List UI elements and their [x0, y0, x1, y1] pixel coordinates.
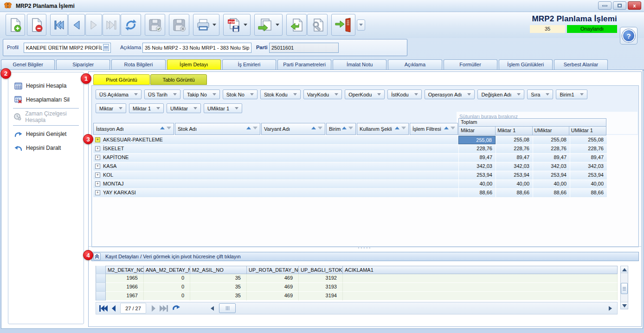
data-field-chip[interactable]: UMiktar 1	[204, 103, 242, 113]
tab-genel-bilgiler[interactable]: Genel Bilgiler	[1, 59, 55, 70]
filter-chip[interactable]: VaryKodu	[303, 90, 342, 99]
sort-asc-icon[interactable]	[246, 127, 251, 129]
pivot-value-cell[interactable]: 40,00	[458, 180, 496, 188]
detail-col-m2-asil-no[interactable]: M2_ASIL_NO	[190, 266, 247, 274]
expand-plus-icon[interactable]: +	[95, 173, 100, 178]
pivot-value-cell[interactable]: 342,03	[533, 162, 570, 171]
detail-col-up-rota-detay-no[interactable]: UP_ROTA_DETAY_NO	[247, 266, 299, 274]
expand-plus-icon[interactable]: +	[95, 190, 100, 195]
pivot-value-cell[interactable]: 253,94	[458, 171, 496, 179]
pivot-value-cell[interactable]: 255,08	[496, 136, 533, 144]
filter-chip[interactable]: Stok Kodu	[260, 90, 301, 99]
sort-desc-icon[interactable]	[451, 127, 455, 129]
collapse-panel-button[interactable]	[93, 253, 101, 260]
pivot-value-cell[interactable]: 89,47	[458, 154, 496, 162]
detail-col-ana-m2-detay-no[interactable]: ANA_M2_DETAY_NO	[144, 266, 190, 274]
save-button[interactable]	[145, 14, 165, 36]
sort-asc-icon[interactable]	[444, 127, 449, 129]
scroll-up-icon[interactable]	[621, 266, 628, 273]
pivot-value-cell[interactable]: 228,76	[533, 145, 570, 153]
pivot-value-cell[interactable]: 342,03	[570, 162, 607, 171]
sidebar-item-hesaplamalari-sil[interactable]: Hesaplamaları Sil	[8, 93, 84, 107]
pager-first-button[interactable]	[99, 305, 108, 312]
value-column-miktar1[interactable]: Miktar 1	[496, 127, 532, 135]
next-record-button[interactable]	[85, 14, 102, 36]
sidebar-item-hepsini-hesapla[interactable]: Hepsini Hesapla	[8, 79, 84, 93]
pivot-row[interactable]: + KASA 342,03342,03342,03342,03	[93, 162, 607, 171]
exit-button[interactable]	[331, 14, 355, 36]
pager-next-button[interactable]	[151, 305, 156, 312]
previous-record-button[interactable]	[68, 14, 85, 36]
chevron-down-icon[interactable]	[414, 93, 418, 96]
tab-parti-parametreleri[interactable]: Parti Parametreleri	[277, 59, 331, 70]
filter-chip[interactable]: Operasyon Adı	[425, 90, 475, 99]
chevron-down-icon[interactable]	[377, 93, 381, 96]
pivot-row[interactable]: + KOL 253,94253,94253,94253,94	[93, 171, 607, 179]
filter-chip[interactable]: Stok No	[223, 90, 258, 99]
pivot-value-cell[interactable]: 89,47	[496, 154, 533, 162]
pivot-row[interactable]: + MONTAJ 40,0040,0040,0040,00	[93, 180, 607, 188]
expand-plus-icon[interactable]: +	[95, 137, 100, 142]
pivot-value-cell[interactable]: 253,94	[496, 171, 533, 179]
sort-asc-icon[interactable]	[311, 127, 316, 129]
data-field-chip[interactable]: UMiktar	[167, 103, 201, 113]
pager-prev-button[interactable]	[111, 305, 116, 312]
value-column-umiktar[interactable]: UMiktar	[533, 127, 569, 135]
chevron-down-icon[interactable]	[156, 107, 160, 109]
close-button[interactable]: x	[628, 1, 641, 10]
first-record-button[interactable]	[50, 14, 68, 36]
filter-chip[interactable]: İstKodu	[387, 90, 421, 99]
chevron-down-icon[interactable]	[517, 93, 521, 96]
chevron-down-icon[interactable]	[580, 93, 584, 96]
pivot-value-cell[interactable]: 40,00	[533, 180, 570, 188]
filter-chip[interactable]: Değişken Adı	[477, 90, 524, 99]
filter-chip[interactable]: Sıra	[527, 90, 553, 99]
pager-refresh-button[interactable]	[172, 305, 180, 312]
sort-desc-icon[interactable]	[253, 127, 258, 129]
exit-dropdown-button[interactable]	[357, 19, 365, 31]
row-header-islem-filtresi[interactable]: İşlem Filtresi	[410, 123, 458, 135]
pivot-value-cell[interactable]: 89,47	[533, 154, 570, 162]
new-record-button[interactable]	[6, 14, 25, 36]
tab-is-emirleri[interactable]: İş Emirleri	[222, 59, 276, 70]
pivot-value-cell[interactable]: 88,66	[458, 189, 496, 197]
sort-desc-icon[interactable]	[348, 127, 353, 129]
pivot-value-cell[interactable]: 255,08	[533, 136, 570, 144]
tab-islem-gunlukleri[interactable]: İşlem Günlükleri	[499, 59, 553, 70]
row-header-birim[interactable]: Birim	[326, 123, 356, 135]
chevron-down-icon[interactable]	[119, 107, 122, 109]
pivot-value-cell[interactable]: 228,76	[496, 145, 533, 153]
value-column-umiktar1[interactable]: UMiktar 1	[569, 127, 606, 135]
chevron-down-icon[interactable]	[193, 107, 197, 109]
restore-button[interactable]	[613, 1, 626, 10]
row-header-varyant-adi[interactable]: Varyant Adı	[261, 123, 325, 135]
tab-islem-detayi[interactable]: İşlem Detayı	[167, 59, 221, 70]
row-header-istasyon-adi[interactable]: İstasyon Adı	[93, 123, 174, 135]
minimize-button[interactable]	[598, 1, 612, 10]
sidebar-item-hepsini-genislet[interactable]: Hepsini Genişlet	[8, 127, 84, 141]
chevron-down-icon[interactable]	[467, 93, 471, 96]
pdf-dropdown-icon[interactable]	[244, 24, 247, 26]
filter-chip[interactable]: ÜS Açıklama	[96, 90, 142, 99]
row-indicator[interactable]	[96, 292, 106, 301]
detail-row[interactable]: 1967 0 35 469 3194	[96, 292, 618, 301]
delete-record-button[interactable]	[27, 14, 46, 36]
sort-desc-icon[interactable]	[318, 127, 322, 129]
row-indicator[interactable]	[96, 283, 106, 292]
tab-serbest-alanlar[interactable]: Serbest Alanlar	[554, 59, 608, 70]
sort-desc-icon[interactable]	[401, 127, 406, 129]
filter-chip[interactable]: Takip No	[183, 90, 220, 99]
hscroll-right-icon[interactable]	[608, 306, 612, 312]
pivot-value-cell[interactable]: 40,00	[496, 180, 533, 188]
help-button[interactable]: ?	[620, 27, 638, 45]
chevron-down-icon[interactable]	[235, 107, 238, 109]
import-record-button[interactable]	[286, 14, 307, 36]
expand-plus-icon[interactable]: +	[95, 164, 100, 169]
scroll-down-icon[interactable]	[621, 302, 628, 309]
hscroll-left-icon[interactable]	[210, 306, 214, 311]
expand-plus-icon[interactable]: +	[95, 181, 100, 186]
tab-rota-bilgileri[interactable]: Rota Bilgileri	[111, 59, 165, 70]
chevron-down-icon[interactable]	[213, 93, 216, 96]
view-tab-pivot[interactable]: Pivot Görüntü	[93, 74, 150, 85]
detail-col-up-bagli-stok-no[interactable]: UP_BAGLI_STOK_NO	[299, 266, 343, 274]
